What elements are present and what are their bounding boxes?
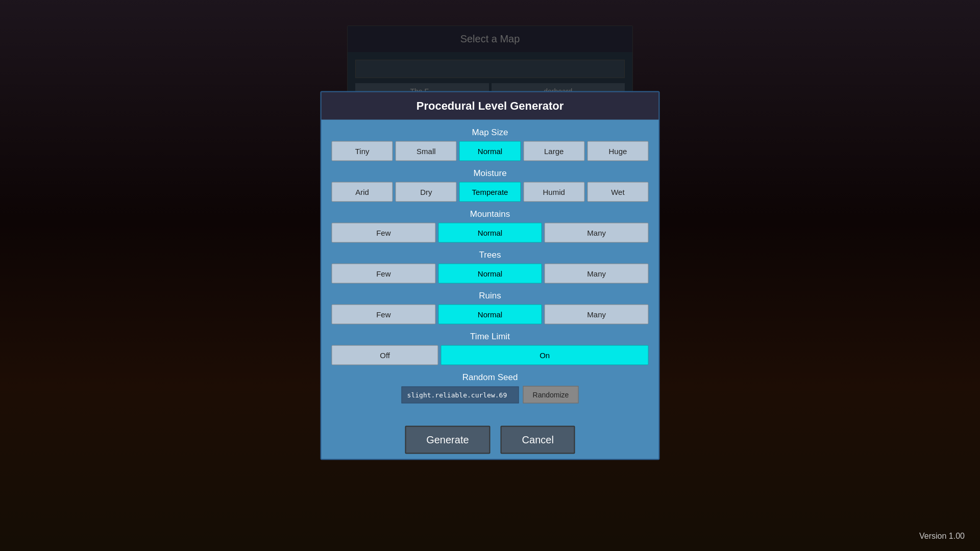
- trees-label: Trees: [332, 250, 649, 260]
- randomize-button[interactable]: Randomize: [523, 386, 579, 404]
- time-limit-options: Off On: [332, 345, 649, 365]
- cancel-button[interactable]: Cancel: [501, 426, 575, 454]
- version-text: Version 1.00: [919, 532, 965, 541]
- mountains-options: Few Normal Many: [332, 223, 649, 243]
- trees-section: Trees Few Normal Many: [332, 250, 649, 284]
- mountains-many[interactable]: Many: [545, 223, 649, 243]
- seed-input[interactable]: [402, 386, 519, 403]
- map-size-large[interactable]: Large: [523, 141, 584, 161]
- map-size-label: Map Size: [332, 128, 649, 138]
- random-seed-label: Random Seed: [332, 372, 649, 383]
- trees-many[interactable]: Many: [545, 264, 649, 284]
- mountains-label: Mountains: [332, 209, 649, 219]
- moisture-humid[interactable]: Humid: [523, 182, 584, 202]
- time-limit-on[interactable]: On: [441, 345, 649, 365]
- ruins-normal[interactable]: Normal: [438, 305, 542, 324]
- moisture-arid[interactable]: Arid: [332, 182, 393, 202]
- plg-modal-title: Procedural Level Generator: [322, 92, 659, 120]
- ruins-many[interactable]: Many: [545, 305, 649, 324]
- map-size-tiny[interactable]: Tiny: [332, 141, 393, 161]
- map-size-small[interactable]: Small: [396, 141, 457, 161]
- mountains-few[interactable]: Few: [332, 223, 436, 243]
- random-seed-section: Random Seed Randomize: [332, 372, 649, 404]
- moisture-wet[interactable]: Wet: [587, 182, 648, 202]
- moisture-temperate[interactable]: Temperate: [459, 182, 521, 202]
- ruins-label: Ruins: [332, 291, 649, 301]
- procedural-level-generator-modal: Procedural Level Generator Map Size Tiny…: [321, 91, 660, 460]
- map-size-section: Map Size Tiny Small Normal Large Huge: [332, 128, 649, 161]
- random-seed-row: Randomize: [332, 386, 649, 404]
- time-limit-label: Time Limit: [332, 332, 649, 342]
- trees-normal[interactable]: Normal: [438, 264, 542, 284]
- mountains-section: Mountains Few Normal Many: [332, 209, 649, 243]
- moisture-label: Moisture: [332, 168, 649, 179]
- moisture-dry[interactable]: Dry: [396, 182, 457, 202]
- plg-footer: Generate Cancel: [322, 426, 659, 454]
- moisture-section: Moisture Arid Dry Temperate Humid Wet: [332, 168, 649, 202]
- moisture-options: Arid Dry Temperate Humid Wet: [332, 182, 649, 202]
- time-limit-off[interactable]: Off: [332, 345, 438, 365]
- map-size-huge[interactable]: Huge: [587, 141, 648, 161]
- trees-few[interactable]: Few: [332, 264, 436, 284]
- mountains-normal[interactable]: Normal: [438, 223, 542, 243]
- ruins-options: Few Normal Many: [332, 305, 649, 324]
- map-size-normal[interactable]: Normal: [459, 141, 521, 161]
- time-limit-section: Time Limit Off On: [332, 332, 649, 365]
- trees-options: Few Normal Many: [332, 264, 649, 284]
- ruins-section: Ruins Few Normal Many: [332, 291, 649, 324]
- map-size-options: Tiny Small Normal Large Huge: [332, 141, 649, 161]
- generate-button[interactable]: Generate: [405, 426, 490, 454]
- ruins-few[interactable]: Few: [332, 305, 436, 324]
